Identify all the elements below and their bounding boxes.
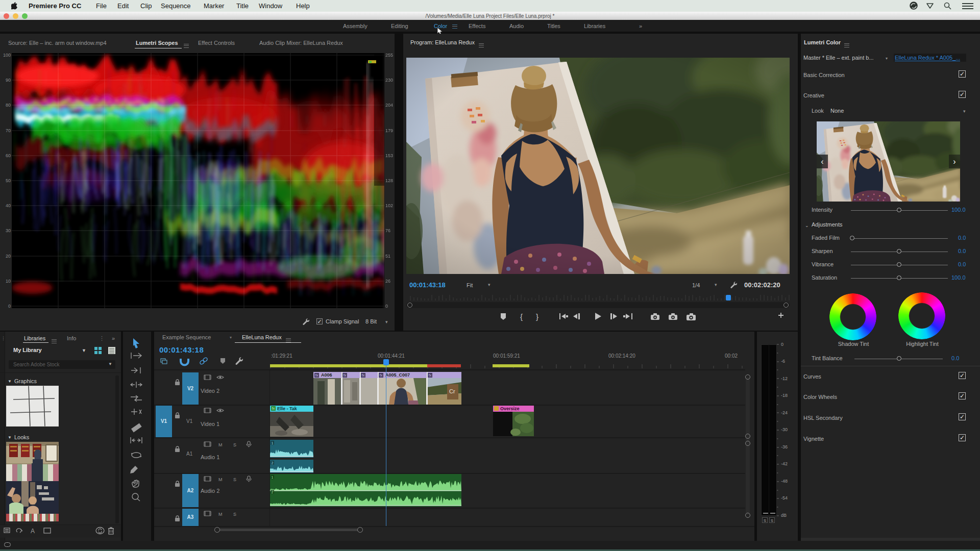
svg-text:M: M (218, 512, 223, 517)
svg-text:}: } (536, 312, 538, 321)
svg-text:-42: -42 (781, 461, 788, 466)
svg-text:M: M (218, 442, 223, 447)
svg-text:{: { (520, 312, 523, 321)
svg-text:A: A (31, 528, 35, 535)
svg-text:-48: -48 (781, 479, 788, 484)
svg-text:S: S (233, 512, 236, 517)
svg-text:-24: -24 (781, 410, 788, 415)
svg-text:-36: -36 (781, 444, 788, 449)
svg-text:dB: dB (781, 513, 787, 518)
svg-text:2: 2 (272, 461, 274, 465)
svg-text:1: 1 (272, 441, 274, 445)
svg-text:-18: -18 (781, 393, 788, 398)
svg-text:-30: -30 (781, 427, 788, 432)
svg-text:S: S (233, 442, 236, 447)
svg-text:M: M (218, 477, 223, 482)
svg-text:S: S (233, 477, 236, 482)
svg-text:0: 0 (781, 342, 783, 347)
svg-text:2: 2 (272, 490, 274, 494)
svg-text:-54: -54 (781, 495, 788, 500)
svg-text:-6: -6 (781, 359, 785, 364)
svg-text:-12: -12 (781, 376, 788, 381)
svg-text:1: 1 (272, 475, 274, 479)
svg-text:Cr: Cr (449, 388, 455, 394)
